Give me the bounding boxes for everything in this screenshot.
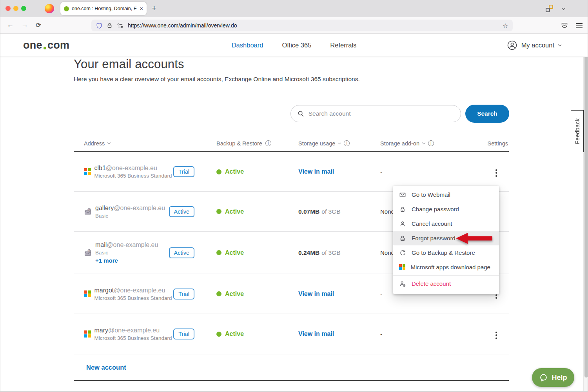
status-badge: Active xyxy=(169,206,195,217)
scrollbar[interactable] xyxy=(583,34,588,391)
tracking-shield-icon[interactable] xyxy=(96,22,102,29)
column-backup-restore: Backup & Restore i xyxy=(216,140,298,147)
column-settings: Settings xyxy=(488,140,509,147)
reload-button[interactable]: ⟳ xyxy=(36,21,41,29)
app-menu-button[interactable] xyxy=(576,23,583,30)
menu-item-change-password[interactable]: Change password xyxy=(393,202,499,216)
menu-item-forgot-password[interactable]: Forgot password xyxy=(393,231,499,245)
column-storage-usage[interactable]: Storage usage i xyxy=(298,140,380,147)
active-dot-icon xyxy=(216,209,221,214)
info-icon[interactable]: i xyxy=(265,140,271,146)
window-restore-icon[interactable] xyxy=(546,5,553,12)
backup-status: Active xyxy=(216,290,298,298)
menu-item-backup-restore[interactable]: Go to Backup & Restore xyxy=(393,245,499,260)
person-icon xyxy=(399,220,406,227)
microsoft-icon xyxy=(399,264,405,270)
kebab-menu-button[interactable] xyxy=(494,330,499,341)
url-text[interactable]: https://www.one.com/admin/mail/overview.… xyxy=(128,22,498,29)
email-address: mary@one-example.eu xyxy=(94,327,172,334)
info-icon[interactable]: i xyxy=(344,140,350,146)
storage-usage-value: 0.24MBof 3GB xyxy=(298,249,380,256)
tab-title: one.com : Hosting, Domain, Ema xyxy=(72,6,137,11)
search-input[interactable] xyxy=(309,110,454,117)
sort-chevron-icon xyxy=(422,141,425,144)
email-address: margot@one-example.eu xyxy=(94,287,172,294)
browser-tab[interactable]: one.com : Hosting, Domain, Ema × xyxy=(60,2,147,15)
more-plans-link[interactable]: +1 more xyxy=(95,257,158,264)
search-button[interactable]: Search xyxy=(465,105,509,123)
back-button[interactable]: ← xyxy=(7,21,14,29)
window-zoom-button[interactable] xyxy=(21,6,26,11)
lock-icon[interactable] xyxy=(107,22,113,29)
active-dot-icon xyxy=(216,291,221,296)
menu-item-delete-account[interactable]: Delete account xyxy=(393,276,499,291)
table-header: Address Backup & Restore i Storage usage… xyxy=(74,135,509,152)
browser-toolbar: ← → ⟳ https://www.one.com/admin/mail/ove… xyxy=(0,17,588,34)
backup-status: Active xyxy=(216,208,298,215)
table-row: mary@one-example.eu Microsoft 365 Busine… xyxy=(74,314,509,354)
email-address: gallery@one-example.eu xyxy=(95,205,165,212)
chevron-down-icon xyxy=(558,43,561,46)
column-storage-add-on[interactable]: Storage add-on i xyxy=(380,140,476,147)
scrollbar-thumb[interactable] xyxy=(584,34,588,377)
nav-referrals[interactable]: Referrals xyxy=(330,42,356,49)
storage-usage-value: 0.07MBof 3GB xyxy=(298,208,380,215)
window-minimize-button[interactable] xyxy=(13,6,18,11)
red-arrow-pointer xyxy=(456,232,492,244)
email-address: clb1@one-example.eu xyxy=(94,165,172,172)
site-header: one com Dashboard Office 365 Referrals M… xyxy=(0,34,588,57)
url-bar[interactable]: https://www.one.com/admin/mail/overview.… xyxy=(91,20,513,31)
window-close-button[interactable] xyxy=(5,6,11,11)
person-remove-icon xyxy=(399,280,406,287)
new-tab-button[interactable]: + xyxy=(152,4,156,13)
status-badge: Active xyxy=(169,247,195,258)
nav-dashboard[interactable]: Dashboard xyxy=(232,42,263,49)
bookmark-star-icon[interactable]: ☆ xyxy=(503,22,508,29)
microsoft-icon xyxy=(84,168,91,175)
menu-divider xyxy=(393,275,499,276)
svg-text:@: @ xyxy=(88,250,90,252)
permissions-icon[interactable] xyxy=(117,23,123,29)
help-button[interactable]: Help xyxy=(532,368,574,387)
microsoft-icon xyxy=(84,290,91,298)
view-in-mail-link[interactable]: View in mail xyxy=(298,290,334,297)
account-settings-menu: Go to Webmail Change password Cancel acc… xyxy=(393,186,499,294)
page-subtitle: Here you have a clear overview of your e… xyxy=(74,76,360,83)
one-com-logo[interactable]: one com xyxy=(23,39,69,51)
info-icon[interactable]: i xyxy=(428,140,434,146)
backup-status: Active xyxy=(216,249,298,256)
chat-bubble-icon xyxy=(539,373,548,382)
backup-status: Active xyxy=(216,168,298,175)
microsoft-icon xyxy=(84,330,91,338)
menu-item-go-to-webmail[interactable]: Go to Webmail xyxy=(393,187,499,202)
feedback-tab[interactable]: Feedback xyxy=(571,110,584,152)
nav-office-365[interactable]: Office 365 xyxy=(282,42,311,49)
my-account-menu[interactable]: My account xyxy=(507,34,561,57)
pocket-icon[interactable] xyxy=(561,22,568,29)
menu-item-cancel-account[interactable]: Cancel account xyxy=(393,216,499,231)
view-in-mail-link[interactable]: View in mail xyxy=(298,330,334,337)
sort-chevron-icon xyxy=(338,141,341,144)
active-dot-icon xyxy=(216,332,221,337)
new-account-link[interactable]: New account xyxy=(86,364,126,371)
padlock-icon xyxy=(399,206,406,213)
tab-close-icon[interactable]: × xyxy=(140,6,143,11)
email-address: mail@one-example.eu xyxy=(95,241,158,249)
backup-status: Active xyxy=(216,330,298,338)
my-account-label: My account xyxy=(521,42,554,49)
new-account-row: New account xyxy=(74,355,509,381)
email-at-icon: @ xyxy=(84,249,92,257)
account-avatar-icon xyxy=(507,40,517,50)
tab-list-chevron-icon[interactable] xyxy=(562,6,566,10)
page-title: Your email accounts xyxy=(74,57,184,71)
svg-text:@: @ xyxy=(88,209,90,211)
kebab-menu-button[interactable] xyxy=(494,168,499,178)
plan-label: Basic xyxy=(95,250,158,256)
main-navigation: Dashboard Office 365 Referrals xyxy=(232,34,357,57)
active-dot-icon xyxy=(216,250,221,255)
view-in-mail-link[interactable]: View in mail xyxy=(298,168,334,175)
menu-item-microsoft-apps[interactable]: Microsoft apps download page xyxy=(393,260,499,274)
plan-label: Microsoft 365 Business Standard xyxy=(94,173,172,179)
column-address[interactable]: Address xyxy=(74,140,216,147)
status-badge: Trial xyxy=(173,328,194,339)
